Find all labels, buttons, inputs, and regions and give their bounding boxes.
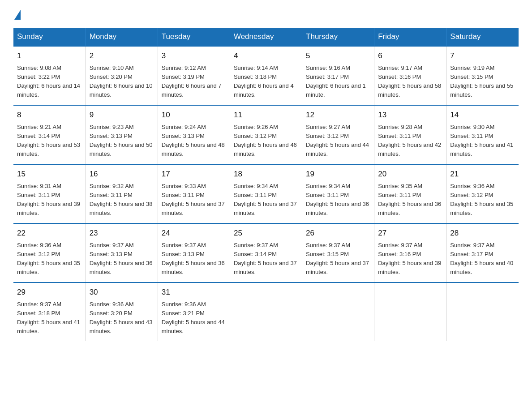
day-info: Sunrise: 9:36 AMSunset: 3:12 PMDaylight:… xyxy=(450,182,515,218)
week-row-4: 22Sunrise: 9:36 AMSunset: 3:12 PMDayligh… xyxy=(13,223,519,283)
week-row-2: 8Sunrise: 9:21 AMSunset: 3:14 PMDaylight… xyxy=(13,105,519,164)
day-info: Sunrise: 9:37 AMSunset: 3:18 PMDaylight:… xyxy=(17,300,82,336)
calendar-cell: 15Sunrise: 9:31 AMSunset: 3:11 PMDayligh… xyxy=(13,164,86,223)
day-number: 21 xyxy=(450,168,515,180)
column-header-tuesday: Tuesday xyxy=(158,28,230,46)
calendar-cell: 13Sunrise: 9:28 AMSunset: 3:11 PMDayligh… xyxy=(374,105,446,164)
day-number: 1 xyxy=(17,50,82,62)
day-number: 22 xyxy=(17,227,82,239)
logo xyxy=(13,9,21,20)
calendar-cell: 23Sunrise: 9:37 AMSunset: 3:13 PMDayligh… xyxy=(86,223,158,283)
day-info: Sunrise: 9:37 AMSunset: 3:13 PMDaylight:… xyxy=(90,241,154,277)
calendar-cell: 16Sunrise: 9:32 AMSunset: 3:11 PMDayligh… xyxy=(86,164,158,223)
day-info: Sunrise: 9:23 AMSunset: 3:13 PMDaylight:… xyxy=(90,123,154,159)
calendar-cell: 25Sunrise: 9:37 AMSunset: 3:14 PMDayligh… xyxy=(230,223,302,283)
day-number: 6 xyxy=(378,50,442,62)
day-info: Sunrise: 9:27 AMSunset: 3:12 PMDaylight:… xyxy=(306,123,370,159)
day-number: 20 xyxy=(378,168,442,180)
calendar-cell xyxy=(302,283,374,341)
day-number: 11 xyxy=(234,109,298,121)
day-number: 13 xyxy=(378,109,442,121)
day-info: Sunrise: 9:08 AMSunset: 3:22 PMDaylight:… xyxy=(17,64,82,100)
calendar-cell: 9Sunrise: 9:23 AMSunset: 3:13 PMDaylight… xyxy=(86,105,158,164)
calendar-cell: 8Sunrise: 9:21 AMSunset: 3:14 PMDaylight… xyxy=(13,105,86,164)
day-number: 4 xyxy=(234,50,298,62)
calendar-cell: 31Sunrise: 9:36 AMSunset: 3:21 PMDayligh… xyxy=(158,283,230,341)
day-number: 2 xyxy=(90,50,154,62)
calendar-cell: 5Sunrise: 9:16 AMSunset: 3:17 PMDaylight… xyxy=(302,46,374,105)
day-info: Sunrise: 9:10 AMSunset: 3:20 PMDaylight:… xyxy=(90,64,154,100)
calendar-cell: 1Sunrise: 9:08 AMSunset: 3:22 PMDaylight… xyxy=(13,46,86,105)
day-info: Sunrise: 9:37 AMSunset: 3:16 PMDaylight:… xyxy=(378,241,442,277)
calendar-cell: 7Sunrise: 9:19 AMSunset: 3:15 PMDaylight… xyxy=(446,46,519,105)
calendar-cell xyxy=(230,283,302,341)
day-number: 19 xyxy=(306,168,370,180)
calendar-cell: 4Sunrise: 9:14 AMSunset: 3:18 PMDaylight… xyxy=(230,46,302,105)
calendar-cell: 27Sunrise: 9:37 AMSunset: 3:16 PMDayligh… xyxy=(374,223,446,283)
day-info: Sunrise: 9:37 AMSunset: 3:17 PMDaylight:… xyxy=(450,241,515,277)
calendar-table: SundayMondayTuesdayWednesdayThursdayFrid… xyxy=(13,28,519,341)
logo-triangle-icon xyxy=(14,10,21,20)
day-info: Sunrise: 9:16 AMSunset: 3:17 PMDaylight:… xyxy=(306,64,370,100)
day-info: Sunrise: 9:14 AMSunset: 3:18 PMDaylight:… xyxy=(234,64,298,100)
day-number: 15 xyxy=(17,168,82,180)
day-info: Sunrise: 9:24 AMSunset: 3:13 PMDaylight:… xyxy=(162,123,226,159)
day-info: Sunrise: 9:30 AMSunset: 3:11 PMDaylight:… xyxy=(450,123,515,159)
column-header-friday: Friday xyxy=(374,28,446,46)
day-info: Sunrise: 9:36 AMSunset: 3:12 PMDaylight:… xyxy=(17,241,82,277)
day-number: 10 xyxy=(162,109,226,121)
day-number: 26 xyxy=(306,227,370,239)
day-number: 3 xyxy=(162,50,226,62)
calendar-cell: 19Sunrise: 9:34 AMSunset: 3:11 PMDayligh… xyxy=(302,164,374,223)
calendar-cell: 18Sunrise: 9:34 AMSunset: 3:11 PMDayligh… xyxy=(230,164,302,223)
calendar-cell xyxy=(374,283,446,341)
column-header-thursday: Thursday xyxy=(302,28,374,46)
calendar-cell: 10Sunrise: 9:24 AMSunset: 3:13 PMDayligh… xyxy=(158,105,230,164)
day-info: Sunrise: 9:21 AMSunset: 3:14 PMDaylight:… xyxy=(17,123,82,159)
page-header xyxy=(13,9,519,20)
day-number: 29 xyxy=(17,287,82,298)
day-info: Sunrise: 9:36 AMSunset: 3:21 PMDaylight:… xyxy=(162,300,226,336)
column-header-sunday: Sunday xyxy=(13,28,86,46)
day-number: 27 xyxy=(378,227,442,239)
calendar-cell: 22Sunrise: 9:36 AMSunset: 3:12 PMDayligh… xyxy=(13,223,86,283)
column-header-wednesday: Wednesday xyxy=(230,28,302,46)
day-info: Sunrise: 9:12 AMSunset: 3:19 PMDaylight:… xyxy=(162,64,226,100)
day-info: Sunrise: 9:19 AMSunset: 3:15 PMDaylight:… xyxy=(450,64,515,100)
day-info: Sunrise: 9:34 AMSunset: 3:11 PMDaylight:… xyxy=(306,182,370,218)
calendar-cell: 28Sunrise: 9:37 AMSunset: 3:17 PMDayligh… xyxy=(446,223,519,283)
column-header-saturday: Saturday xyxy=(446,28,519,46)
calendar-cell: 20Sunrise: 9:35 AMSunset: 3:11 PMDayligh… xyxy=(374,164,446,223)
day-number: 18 xyxy=(234,168,298,180)
day-info: Sunrise: 9:37 AMSunset: 3:13 PMDaylight:… xyxy=(162,241,226,277)
calendar-cell: 26Sunrise: 9:37 AMSunset: 3:15 PMDayligh… xyxy=(302,223,374,283)
week-row-1: 1Sunrise: 9:08 AMSunset: 3:22 PMDaylight… xyxy=(13,46,519,105)
day-info: Sunrise: 9:35 AMSunset: 3:11 PMDaylight:… xyxy=(378,182,442,218)
day-number: 16 xyxy=(90,168,154,180)
day-info: Sunrise: 9:31 AMSunset: 3:11 PMDaylight:… xyxy=(17,182,82,218)
day-info: Sunrise: 9:32 AMSunset: 3:11 PMDaylight:… xyxy=(90,182,154,218)
day-number: 25 xyxy=(234,227,298,239)
day-number: 28 xyxy=(450,227,515,239)
calendar-cell: 14Sunrise: 9:30 AMSunset: 3:11 PMDayligh… xyxy=(446,105,519,164)
day-number: 23 xyxy=(90,227,154,239)
column-header-monday: Monday xyxy=(86,28,158,46)
day-info: Sunrise: 9:36 AMSunset: 3:20 PMDaylight:… xyxy=(90,300,154,336)
day-info: Sunrise: 9:37 AMSunset: 3:14 PMDaylight:… xyxy=(234,241,298,277)
calendar-cell: 21Sunrise: 9:36 AMSunset: 3:12 PMDayligh… xyxy=(446,164,519,223)
day-number: 14 xyxy=(450,109,515,121)
calendar-cell: 2Sunrise: 9:10 AMSunset: 3:20 PMDaylight… xyxy=(86,46,158,105)
day-number: 9 xyxy=(90,109,154,121)
week-row-3: 15Sunrise: 9:31 AMSunset: 3:11 PMDayligh… xyxy=(13,164,519,223)
calendar-cell: 6Sunrise: 9:17 AMSunset: 3:16 PMDaylight… xyxy=(374,46,446,105)
day-info: Sunrise: 9:33 AMSunset: 3:11 PMDaylight:… xyxy=(162,182,226,218)
calendar-cell: 17Sunrise: 9:33 AMSunset: 3:11 PMDayligh… xyxy=(158,164,230,223)
day-number: 17 xyxy=(162,168,226,180)
week-row-5: 29Sunrise: 9:37 AMSunset: 3:18 PMDayligh… xyxy=(13,283,519,341)
day-number: 30 xyxy=(90,287,154,298)
day-number: 24 xyxy=(162,227,226,239)
day-number: 7 xyxy=(450,50,515,62)
calendar-cell: 12Sunrise: 9:27 AMSunset: 3:12 PMDayligh… xyxy=(302,105,374,164)
calendar-cell: 3Sunrise: 9:12 AMSunset: 3:19 PMDaylight… xyxy=(158,46,230,105)
day-number: 12 xyxy=(306,109,370,121)
